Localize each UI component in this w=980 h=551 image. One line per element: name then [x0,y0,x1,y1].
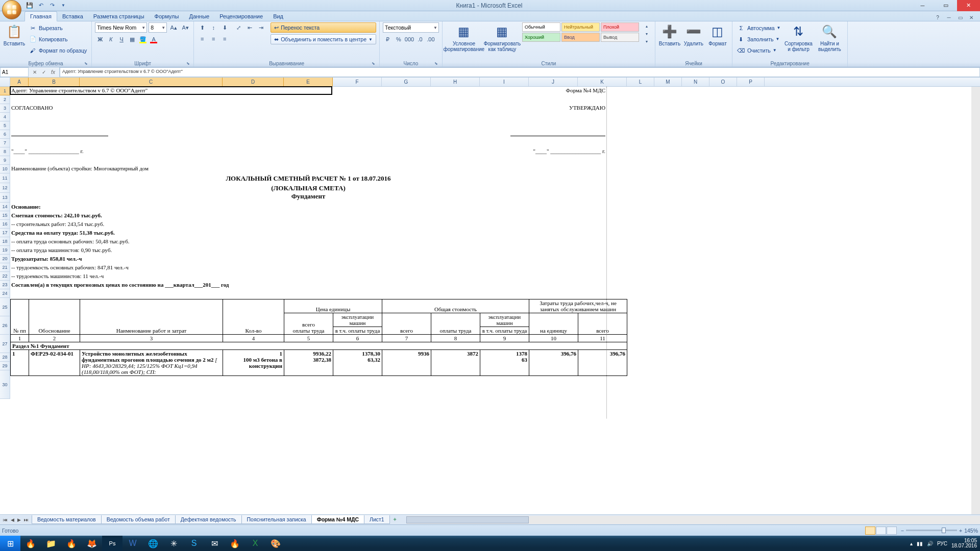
taskbar-explorer[interactable]: 📁 [41,536,61,551]
view-page-layout-icon[interactable] [876,527,886,535]
new-sheet-icon[interactable]: ✦ [389,516,400,523]
maximize-button[interactable]: ▭ [934,0,957,11]
tab-page-layout[interactable]: Разметка страницы [88,12,150,21]
currency-icon[interactable]: ₽ [383,34,393,44]
row-header-27[interactable]: 27 [0,335,10,353]
mdi-minimize[interactable]: ─ [944,14,953,21]
row-header-12[interactable]: 12 [0,183,10,193]
view-normal-icon[interactable] [865,527,875,535]
tray-volume-icon[interactable]: 🔊 [927,541,933,546]
gallery-up-icon[interactable]: ▴ [642,22,652,30]
row-header-2[interactable]: 2 [0,95,10,104]
col-header-P[interactable]: P [737,78,765,86]
row-header-16[interactable]: 16 [0,220,10,229]
row-header-19[interactable]: 19 [0,246,10,255]
row-header-28[interactable]: 28 [0,353,10,362]
orientation-icon[interactable]: ⤢ [233,22,243,33]
col-header-M[interactable]: M [654,78,682,86]
paste-button[interactable]: 📋 Вставить [3,22,26,46]
col-header-L[interactable]: L [627,78,654,86]
sheet-nav-last-icon[interactable]: ⏭ [23,517,30,522]
decrease-indent-icon[interactable]: ⇤ [244,22,255,33]
col-header-E[interactable]: E [284,78,333,86]
taskbar-thunderbird[interactable]: ✉ [204,536,225,551]
taskbar-firefox[interactable]: 🦊 [82,536,102,551]
fill-button[interactable]: ⬇Заполнить▼ [736,34,782,44]
align-center-icon[interactable]: ≡ [208,34,218,44]
italic-button[interactable]: К [106,34,116,44]
col-header-J[interactable]: J [529,78,578,86]
dialog-launcher-icon[interactable]: ⬊ [185,61,190,66]
row-header-13[interactable]: 13 [0,193,10,203]
clear-button[interactable]: ⌫Очистить▼ [736,45,782,56]
redo-icon[interactable]: ↷ [48,2,56,10]
insert-cells-button[interactable]: ➕Вставить [658,22,681,46]
save-icon[interactable]: 💾 [26,2,34,10]
row-header-18[interactable]: 18 [0,237,10,246]
format-cells-button[interactable]: ◫Формат [706,22,729,46]
taskbar-app-3[interactable]: ✳ [163,536,184,551]
percent-icon[interactable]: % [394,34,404,44]
row-header-25[interactable]: 25 [0,298,10,316]
col-header-G[interactable]: G [382,78,431,86]
col-header-D[interactable]: D [223,78,284,86]
sheet-tab[interactable]: Дефектная ведомость [175,515,242,524]
fill-color-button[interactable]: 🪣 [138,34,148,44]
align-right-icon[interactable]: ≡ [219,34,230,44]
taskbar-photoshop[interactable]: Ps [102,536,122,551]
col-header-C[interactable]: C [80,78,223,86]
row-header-3[interactable]: 3 [0,104,10,113]
col-header-N[interactable]: N [682,78,709,86]
decrease-decimal-icon[interactable]: .00 [426,34,436,44]
taskbar-excel[interactable]: X [245,536,265,551]
row-header-22[interactable]: 22 [0,272,10,281]
row-header-4[interactable]: 4 [0,113,10,121]
row-header-1[interactable]: 1 [0,87,10,95]
shrink-font-icon[interactable]: A▾ [180,22,190,33]
tab-home[interactable]: Главная [24,11,57,21]
fx-icon[interactable]: fx [49,69,57,75]
row-header-6[interactable]: 6 [0,130,10,139]
align-middle-icon[interactable]: ↕ [208,22,218,33]
sheet-tab[interactable]: Форма №4 МДС [311,515,364,524]
number-format-combo[interactable]: Текстовый▼ [383,22,439,33]
row-header-20[interactable]: 20 [0,255,10,263]
col-header-I[interactable]: I [480,78,529,86]
office-button[interactable] [2,0,21,19]
merge-center-button[interactable]: ⬌Объединить и поместить в центре▼ [271,34,376,44]
worksheet-grid[interactable]: ABCDEFGHIJKLMNOP 12345678910111213141516… [0,78,980,514]
start-button[interactable]: ⊞ [0,536,20,551]
style-swatch[interactable]: Вывод [601,33,639,42]
font-color-button[interactable]: A [149,34,159,44]
gallery-more-icon[interactable]: ▾ [642,38,652,45]
comma-icon[interactable]: 000 [404,34,414,44]
undo-icon[interactable]: ↶ [37,2,45,10]
row-header-7[interactable]: 7 [0,139,10,147]
sheet-tab[interactable]: Лист1 [364,515,390,524]
format-painter-button[interactable]: 🖌Формат по образцу [27,45,88,56]
taskbar-skype[interactable]: S [184,536,204,551]
row-header-21[interactable]: 21 [0,263,10,272]
zoom-slider[interactable] [906,530,957,531]
tab-data[interactable]: Данные [184,12,214,21]
taskbar-word[interactable]: W [122,536,143,551]
row-header-14[interactable]: 14 [0,203,10,211]
row-header-24[interactable]: 24 [0,289,10,298]
row-header-5[interactable]: 5 [0,121,10,130]
style-swatch[interactable]: Ввод [561,33,600,42]
sheet-tab[interactable]: Ведомость объема работ [101,515,176,524]
increase-decimal-icon[interactable]: .0 [415,34,425,44]
qat-dropdown-icon[interactable]: ▼ [59,2,67,10]
style-swatch[interactable]: Плохой [601,22,639,32]
horizontal-scrollbar[interactable] [406,516,980,524]
vertical-scrollbar[interactable] [971,87,980,514]
delete-cells-button[interactable]: ➖Удалить [682,22,705,46]
bold-button[interactable]: Ж [95,34,105,44]
sheet-tab[interactable]: Пояснительная записка [241,515,312,524]
find-select-button[interactable]: 🔍Найти и выделить [815,22,844,52]
view-page-break-icon[interactable] [887,527,897,535]
taskbar-paint[interactable]: 🎨 [265,536,286,551]
copy-button[interactable]: 📄Копировать [27,34,88,44]
style-swatch[interactable]: Нейтральный [561,22,600,32]
row-header-8[interactable]: 8 [0,147,10,156]
